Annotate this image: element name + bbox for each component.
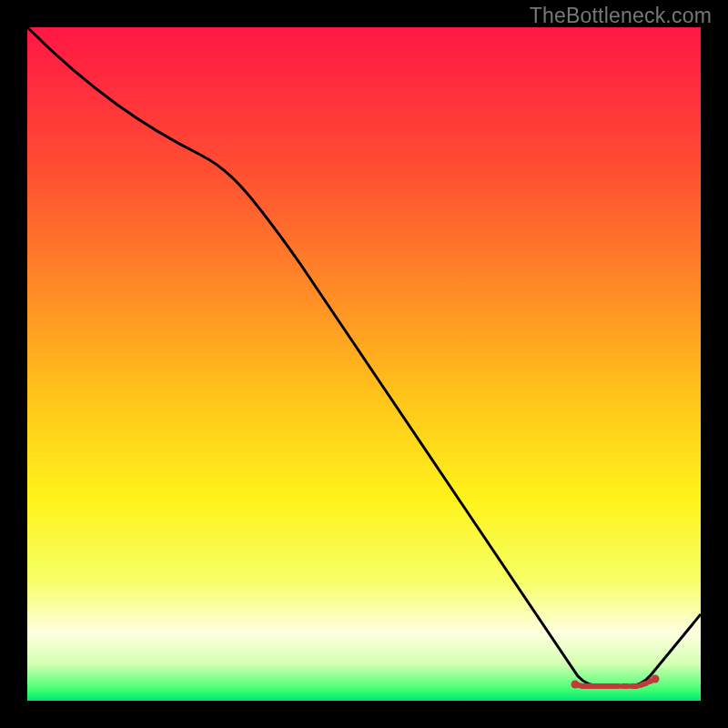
- bottleneck-curve: [27, 27, 701, 701]
- marker-start: [571, 681, 580, 689]
- marker-end: [652, 675, 660, 683]
- curve-path: [27, 27, 701, 686]
- watermark-text: TheBottleneck.com: [530, 4, 712, 28]
- svg-line-9: [641, 683, 646, 685]
- chart-stage: TheBottleneck.com: [0, 0, 728, 728]
- plot-area: [27, 27, 701, 701]
